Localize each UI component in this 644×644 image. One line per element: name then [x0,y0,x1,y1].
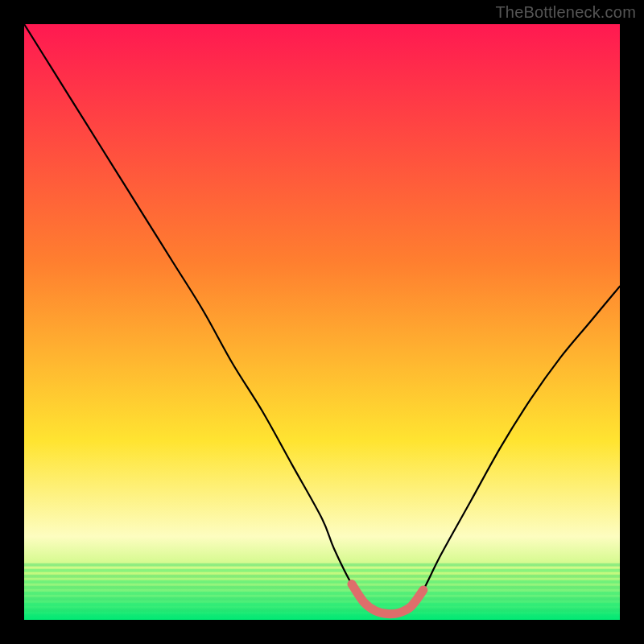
svg-rect-4 [24,586,620,589]
svg-rect-0 [24,564,620,567]
gradient-background [24,24,620,620]
plot-area [24,24,620,620]
chart-svg [24,24,620,620]
svg-rect-2 [24,575,620,578]
svg-rect-6 [24,597,620,601]
watermark-text: TheBottleneck.com [495,3,636,22]
chart-frame: TheBottleneck.com [0,0,644,644]
svg-rect-7 [24,603,620,606]
svg-rect-8 [24,609,620,612]
svg-rect-1 [24,569,620,572]
svg-rect-5 [24,592,620,595]
svg-rect-9 [24,614,620,617]
svg-rect-3 [24,580,620,584]
